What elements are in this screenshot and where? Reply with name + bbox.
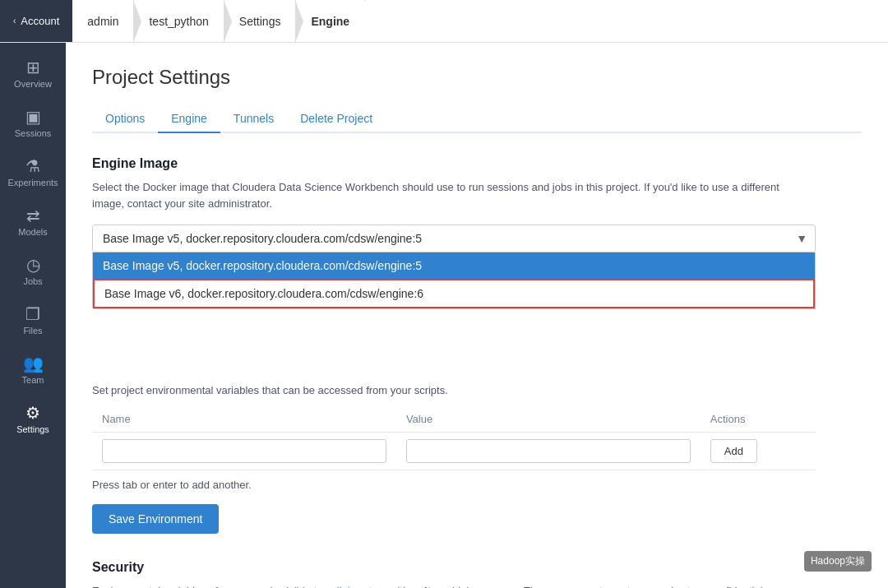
sidebar-item-team[interactable]: 👥 Team	[0, 345, 66, 395]
env-value-input[interactable]	[406, 439, 691, 463]
overview-icon: ⊞	[26, 59, 40, 76]
dropdown-option-v6[interactable]: Base Image v6, docker.repository.clouder…	[93, 279, 815, 308]
account-button[interactable]: ‹ Account	[0, 0, 72, 42]
engine-section-title: Engine Image	[92, 156, 862, 171]
settings-icon: ⚙	[25, 405, 40, 421]
experiments-icon: ⚗	[25, 158, 40, 174]
tabs: Options Engine Tunnels Delete Project	[92, 105, 862, 133]
security-section-desc: Environmental variable values are only v…	[92, 583, 799, 588]
breadcrumb-test-python[interactable]: test_python	[134, 0, 224, 42]
col-value: Value	[396, 406, 701, 433]
env-name-cell	[92, 433, 396, 470]
sidebar-label-settings: Settings	[16, 424, 49, 434]
breadcrumb-settings[interactable]: Settings	[224, 0, 297, 42]
sidebar-item-overview[interactable]: ⊞ Overview	[0, 49, 66, 99]
sidebar-item-jobs[interactable]: ◷ Jobs	[0, 247, 66, 296]
models-icon: ⇄	[26, 207, 40, 224]
sidebar-label-jobs: Jobs	[23, 276, 42, 286]
tab-tunnels[interactable]: Tunnels	[220, 105, 287, 133]
breadcrumb-engine[interactable]: Engine	[296, 0, 365, 42]
sidebar-label-overview: Overview	[14, 79, 52, 89]
tab-delete-project[interactable]: Delete Project	[287, 105, 386, 133]
jobs-icon: ◷	[26, 257, 40, 273]
engine-section-desc: Select the Docker image that Cloudera Da…	[92, 179, 799, 211]
chevron-left-icon: ‹	[13, 16, 16, 25]
content-area: Project Settings Options Engine Tunnels …	[66, 43, 888, 588]
sidebar-label-team: Team	[22, 375, 44, 385]
main-layout: ⊞ Overview ▣ Sessions ⚗ Experiments ⇄ Mo…	[0, 43, 888, 588]
breadcrumbs: admin test_python Settings Engine	[72, 0, 365, 42]
account-label: Account	[21, 15, 59, 27]
tab-engine[interactable]: Engine	[158, 105, 220, 133]
write-bold: write	[412, 585, 437, 588]
sidebar-item-sessions[interactable]: ▣ Sessions	[0, 99, 66, 148]
watermark: Hadoop实操	[804, 551, 872, 572]
env-section-desc: Set project environmental variables that…	[92, 384, 862, 396]
sessions-icon: ▣	[25, 109, 41, 125]
sidebar-item-files[interactable]: ❐ Files	[0, 296, 66, 345]
security-section: Security Environmental variable values a…	[92, 560, 862, 588]
sidebar-item-models[interactable]: ⇄ Models	[0, 197, 66, 247]
dropdown-option-v5[interactable]: Base Image v5, docker.repository.clouder…	[93, 252, 815, 279]
sidebar-label-models: Models	[18, 227, 47, 237]
sidebar-item-settings[interactable]: ⚙ Settings	[0, 395, 66, 444]
security-section-title: Security	[92, 560, 862, 575]
sidebar-label-sessions: Sessions	[15, 128, 52, 138]
col-actions: Actions	[701, 406, 816, 433]
tab-options[interactable]: Options	[92, 105, 158, 133]
collaborators-link[interactable]: collaborators	[326, 585, 386, 588]
env-vars-section: Set project environmental variables that…	[92, 384, 862, 534]
env-value-cell	[396, 433, 701, 470]
page-title: Project Settings	[92, 66, 862, 89]
engine-image-section: Engine Image Select the Docker image tha…	[92, 156, 862, 252]
values-bold: values	[204, 585, 237, 588]
add-env-button[interactable]: Add	[710, 439, 757, 463]
files-icon: ❐	[25, 306, 40, 322]
breadcrumb-admin[interactable]: admin	[72, 0, 134, 42]
env-table-row: Add	[92, 433, 816, 470]
env-actions-cell: Add	[701, 433, 816, 470]
team-icon: 👥	[23, 355, 44, 372]
engine-image-dropdown[interactable]: Base Image v5, docker.repository.clouder…	[92, 225, 816, 252]
sidebar: ⊞ Overview ▣ Sessions ⚗ Experiments ⇄ Mo…	[0, 43, 66, 588]
sidebar-label-files: Files	[23, 326, 42, 336]
env-name-input[interactable]	[102, 439, 386, 463]
sidebar-item-experiments[interactable]: ⚗ Experiments	[0, 148, 66, 197]
press-hint: Press tab or enter to add another.	[92, 479, 862, 491]
col-name: Name	[92, 406, 396, 433]
sidebar-label-experiments: Experiments	[7, 178, 58, 188]
top-bar: ‹ Account admin test_python Settings Eng…	[0, 0, 888, 43]
engine-image-dropdown-wrapper: Base Image v5, docker.repository.clouder…	[92, 225, 816, 252]
dropdown-options-list: Base Image v5, docker.repository.clouder…	[92, 252, 816, 309]
env-vars-table: Name Value Actions	[92, 406, 816, 470]
save-environment-button[interactable]: Save Environment	[92, 504, 219, 534]
